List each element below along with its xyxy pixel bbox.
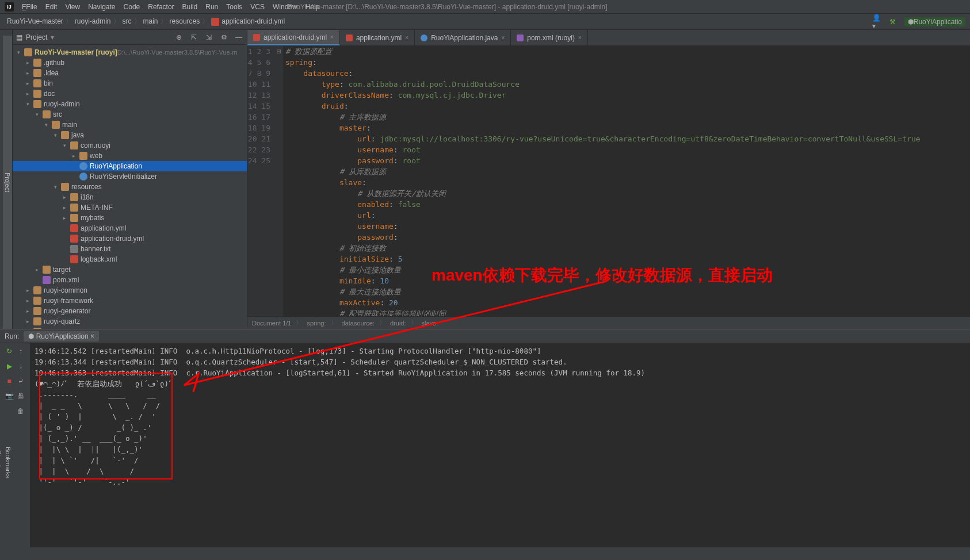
settings-icon[interactable]: ⚙ xyxy=(219,33,228,42)
run-label: Run: xyxy=(5,332,19,340)
stop-icon[interactable]: ■ xyxy=(5,377,14,386)
build-icon[interactable]: ⚒ xyxy=(888,17,898,26)
down-icon[interactable]: ↓ xyxy=(16,362,25,371)
project-label[interactable]: Project xyxy=(26,33,47,41)
tree-item[interactable]: ▸ruoyi-system xyxy=(13,327,247,329)
tree-item[interactable]: application.yml xyxy=(13,223,247,233)
tree-item[interactable]: logback.xml xyxy=(13,254,247,264)
editor-breadcrumb[interactable]: Document 1/1〉spring:〉datasource:〉druid:〉… xyxy=(247,316,970,329)
breadcrumb-item[interactable]: RuoYi-Vue-master xyxy=(5,16,66,26)
editor-tab[interactable]: pom.xml (ruoyi)× xyxy=(511,30,588,45)
tree-item[interactable]: ▾src xyxy=(13,109,247,120)
close-icon[interactable]: × xyxy=(578,34,582,41)
ide-logo-icon: IJ xyxy=(5,2,14,11)
menu-view[interactable]: View xyxy=(65,3,80,11)
tree-item[interactable]: ▸bin xyxy=(13,78,247,89)
tree-item[interactable]: ▸ruoyi-common xyxy=(13,285,247,296)
line-number-gutter: 1 2 3 4 5 6 7 8 9 10 11 12 13 14 15 16 1… xyxy=(247,46,275,316)
console-output[interactable]: 19:46:12.542 [restartedMain] INFO o.a.c.… xyxy=(30,343,970,547)
menu-code[interactable]: Code xyxy=(124,3,140,11)
editor-crumb[interactable]: datasource: xyxy=(342,320,375,327)
menu-file[interactable]: FFile xyxy=(22,3,37,11)
tool-tab-project[interactable]: Project xyxy=(3,36,12,329)
project-tree[interactable]: ▾RuoYi-Vue-master [ruoyi] D:\...\RuoYi-V… xyxy=(13,45,247,329)
menu-navigate[interactable]: Navigate xyxy=(88,3,115,11)
tool-tab-structure[interactable]: Structure xyxy=(0,408,3,517)
tree-item[interactable]: ▸META-INF xyxy=(13,202,247,213)
run-config-selector[interactable]: ⬢ RuoYiApplicatio xyxy=(904,17,965,26)
tree-item[interactable]: banner.txt xyxy=(13,244,247,254)
navigation-bar: RuoYi-Vue-master〉ruoyi-admin〉src〉main〉re… xyxy=(0,14,970,30)
tree-item[interactable]: ▾com.ruoyi xyxy=(13,140,247,151)
tree-item[interactable]: ▾main xyxy=(13,120,247,130)
editor-tabs: application-druid.yml×application.yml×Ru… xyxy=(247,30,970,46)
tree-item[interactable]: ▾java xyxy=(13,130,247,140)
editor-tab[interactable]: application.yml× xyxy=(340,30,415,45)
print-icon[interactable]: 🖶 xyxy=(16,392,25,401)
tree-item[interactable]: ▸ruoyi-quartz xyxy=(13,316,247,327)
project-tool-window: ▤ Project ▾ ⊕ ⇱ ⇲ ⚙ — ▾RuoYi-Vue-master … xyxy=(13,30,247,329)
tool-tab-bookmarks[interactable]: Bookmarks xyxy=(3,408,13,517)
window-title: RuoYi-Vue-master [D:\...\RuoYi-Vue-maste… xyxy=(288,3,608,11)
tree-item[interactable]: ▸i18n xyxy=(13,192,247,202)
tree-item[interactable]: ▸ruoyi-generator xyxy=(13,306,247,316)
menu-run[interactable]: Run xyxy=(205,3,218,11)
breadcrumb-item[interactable]: resources xyxy=(167,16,203,26)
tree-item[interactable]: ▾resources xyxy=(13,182,247,192)
project-view-icon: ▤ xyxy=(16,33,22,41)
camera-icon[interactable]: 📷 xyxy=(5,392,14,401)
editor-crumb[interactable]: slave: xyxy=(422,320,438,327)
run-tool-window: Run: ⬢ RuoYiApplication × ↻ ↑ ▶ ↓ ■ ⤶ 📷 … xyxy=(0,329,970,547)
left-tool-stripe-bottom: Bookmarks Structure xyxy=(0,402,13,517)
menu-tools[interactable]: Tools xyxy=(226,3,242,11)
rerun-icon[interactable]: ↻ xyxy=(5,347,14,356)
up-icon[interactable]: ↑ xyxy=(16,347,25,356)
tree-item[interactable]: ▸web xyxy=(13,151,247,161)
breadcrumb-item[interactable]: src xyxy=(120,16,134,26)
menu-refactor[interactable]: Refactor xyxy=(148,3,174,11)
title-bar: IJ FFile Edit View Navigate Code Refacto… xyxy=(0,0,970,14)
tree-item[interactable]: ▸ruoyi-framework xyxy=(13,296,247,306)
tree-item[interactable]: pom.xml xyxy=(13,275,247,285)
code-content[interactable]: # 数据源配置 spring: datasource: type: com.al… xyxy=(283,46,970,316)
tree-item[interactable]: application-druid.yml xyxy=(13,233,247,244)
close-icon[interactable]: × xyxy=(330,34,334,40)
collapse-all-icon[interactable]: ⇲ xyxy=(204,33,213,42)
user-icon[interactable]: 👤▾ xyxy=(872,17,881,26)
editor-crumb[interactable]: Document 1/1 xyxy=(252,320,291,327)
editor-crumb[interactable]: druid: xyxy=(390,320,406,327)
close-icon[interactable]: × xyxy=(405,34,408,41)
menu-vcs[interactable]: VCS xyxy=(250,3,265,11)
editor-crumb[interactable]: spring: xyxy=(307,320,326,327)
trash-icon[interactable]: 🗑 xyxy=(16,406,25,416)
tree-item[interactable]: ▾ruoyi-admin xyxy=(13,99,247,109)
main-menu: FFile Edit View Navigate Code Refactor B… xyxy=(22,3,319,11)
menu-build[interactable]: Build xyxy=(182,3,198,11)
tree-root[interactable]: ▾RuoYi-Vue-master [ruoyi] D:\...\RuoYi-V… xyxy=(13,47,247,57)
run-tab[interactable]: ⬢ RuoYiApplication × xyxy=(24,331,99,342)
breadcrumb-item[interactable]: application-druid.yml xyxy=(209,16,287,26)
editor-tab[interactable]: application-druid.yml× xyxy=(247,30,340,45)
left-tool-stripe: Project xyxy=(0,30,13,329)
tree-item[interactable]: ▸target xyxy=(13,264,247,275)
breadcrumb-item[interactable]: ruoyi-admin xyxy=(72,16,113,26)
tree-item[interactable]: ▸doc xyxy=(13,89,247,99)
tree-item[interactable]: ▸.github xyxy=(13,57,247,68)
tree-item[interactable]: RuoYiServletInitializer xyxy=(13,171,247,182)
wrap-icon[interactable]: ⤶ xyxy=(16,377,25,386)
menu-edit[interactable]: Edit xyxy=(45,3,58,11)
code-editor[interactable]: 1 2 3 4 5 6 7 8 9 10 11 12 13 14 15 16 1… xyxy=(247,46,970,316)
select-opened-file-icon[interactable]: ⊕ xyxy=(174,33,184,42)
expand-all-icon[interactable]: ⇱ xyxy=(189,33,198,42)
fold-gutter[interactable]: ⊟ xyxy=(275,46,283,316)
tree-item[interactable]: ▸.idea xyxy=(13,68,247,78)
editor-tab[interactable]: RuoYiApplication.java× xyxy=(415,30,511,45)
tree-item[interactable]: ▸mybatis xyxy=(13,213,247,223)
close-icon[interactable]: × xyxy=(501,34,505,41)
tree-item[interactable]: RuoYiApplication xyxy=(13,161,247,171)
breadcrumb-item[interactable]: main xyxy=(141,16,161,26)
run-icon[interactable]: ▶ xyxy=(5,362,14,371)
hide-icon[interactable]: — xyxy=(234,33,243,42)
